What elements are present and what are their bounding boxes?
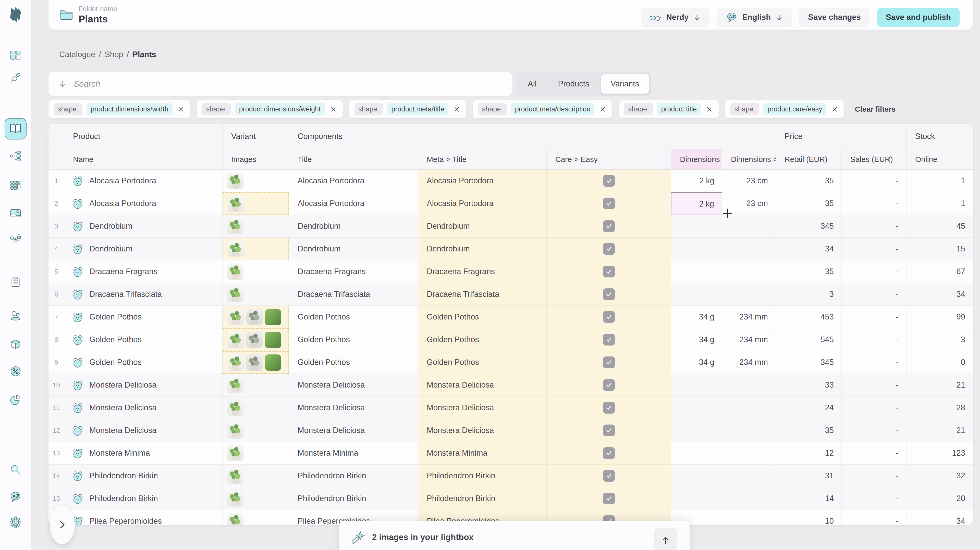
dimensions-width-cell[interactable] (722, 238, 776, 260)
checkbox-checked[interactable] (603, 493, 615, 504)
retail-price-cell[interactable]: 345 (776, 215, 842, 238)
sales-price-cell[interactable]: - (842, 170, 907, 192)
meta-title-cell[interactable]: Monstera Deliciosa (418, 374, 547, 396)
care-easy-cell[interactable] (547, 306, 671, 328)
component-title-cell[interactable]: Alocasia Portodora (289, 192, 418, 215)
care-easy-cell[interactable] (547, 464, 671, 487)
tab-variants[interactable]: Variants (601, 74, 649, 94)
dimensions-width-cell[interactable] (722, 396, 776, 419)
filter-chip[interactable]: shape: product:care/easy (725, 100, 844, 118)
documents-clipboard-icon[interactable] (10, 276, 22, 288)
tab-products[interactable]: Products (548, 74, 599, 94)
sales-price-cell[interactable]: - (842, 464, 907, 487)
dimensions-weight-cell[interactable] (671, 374, 722, 396)
sales-price-cell[interactable]: - (842, 374, 907, 396)
stock-online-cell[interactable]: 0 (907, 351, 973, 374)
variant-thumbnail[interactable] (228, 241, 244, 257)
column-header[interactable]: Dimensions (671, 149, 722, 169)
close-icon[interactable] (600, 106, 606, 113)
sales-price-cell[interactable]: - (842, 238, 907, 260)
product-name-cell[interactable]: Monstera Minima (64, 442, 223, 464)
meta-title-cell[interactable]: Monstera Deliciosa (418, 396, 547, 419)
meta-title-cell[interactable]: Monstera Minima (418, 442, 547, 464)
dimensions-width-cell[interactable] (722, 510, 776, 525)
checkbox-checked[interactable] (603, 357, 615, 368)
sales-price-cell[interactable]: - (842, 419, 907, 442)
stock-online-cell[interactable]: 99 (907, 306, 973, 328)
variant-thumbnail[interactable] (246, 309, 262, 325)
variant-images-cell[interactable] (223, 464, 289, 487)
product-name-cell[interactable]: Dracaena Trifasciata (64, 283, 223, 306)
close-icon[interactable] (330, 106, 337, 113)
component-title-cell[interactable]: Monstera Deliciosa (289, 419, 418, 442)
column-header[interactable]: Care > Easy (547, 149, 671, 169)
product-name-cell[interactable]: Golden Pothos (64, 306, 223, 328)
component-title-cell[interactable]: Dendrobium (289, 238, 418, 260)
checkbox-checked[interactable] (603, 425, 615, 436)
checkbox-checked[interactable] (603, 220, 615, 232)
stock-online-cell[interactable]: 1 (907, 170, 973, 192)
variant-thumbnail[interactable] (227, 445, 243, 461)
language-menu-button[interactable]: A English (717, 8, 792, 27)
variant-images-cell[interactable] (223, 170, 289, 192)
variant-thumbnail[interactable] (227, 218, 243, 235)
meta-title-cell[interactable]: Alocasia Portodora (418, 192, 547, 215)
variant-thumbnail[interactable] (265, 309, 281, 325)
filter-chip[interactable]: shape: product:dimensions/weight (197, 100, 343, 118)
variant-thumbnail[interactable] (227, 422, 243, 439)
dimensions-weight-cell[interactable] (671, 464, 722, 487)
retail-price-cell[interactable]: 35 (776, 170, 842, 192)
sales-price-cell[interactable]: - (842, 487, 907, 510)
discounts-percent-icon[interactable] (10, 365, 22, 377)
component-title-cell[interactable]: Alocasia Portodora (289, 170, 418, 192)
stock-online-cell[interactable]: 20 (907, 487, 973, 510)
column-header[interactable]: Images (223, 149, 289, 169)
retail-price-cell[interactable]: 12 (776, 442, 842, 464)
variant-images-cell[interactable] (223, 238, 289, 260)
checkbox-checked[interactable] (603, 266, 615, 277)
meta-title-cell[interactable]: Golden Pothos (418, 328, 547, 351)
column-header[interactable]: Retail (EUR) (776, 149, 842, 169)
product-name-cell[interactable]: Dendrobium (64, 238, 223, 260)
variant-images-cell[interactable] (223, 215, 289, 238)
retail-price-cell[interactable]: 545 (776, 328, 842, 351)
retail-price-cell[interactable]: 345 (776, 351, 842, 374)
component-title-cell[interactable]: Golden Pothos (289, 328, 418, 351)
expand-panel-button[interactable] (50, 506, 75, 544)
dimensions-weight-cell[interactable] (671, 283, 722, 306)
sales-price-cell[interactable]: - (842, 306, 907, 328)
retail-price-cell[interactable]: 14 (776, 487, 842, 510)
stock-online-cell[interactable]: 21 (907, 419, 973, 442)
care-easy-cell[interactable] (547, 328, 671, 351)
product-name-cell[interactable]: Monstera Deliciosa (64, 396, 223, 419)
sales-price-cell[interactable]: - (842, 510, 907, 525)
variant-images-cell[interactable] (223, 374, 289, 396)
retail-price-cell[interactable]: 34 (776, 238, 842, 260)
care-easy-cell[interactable] (547, 283, 671, 306)
close-icon[interactable] (706, 106, 713, 113)
component-title-cell[interactable]: Golden Pothos (289, 351, 418, 374)
variant-thumbnail[interactable] (228, 309, 244, 325)
dimensions-width-cell[interactable] (722, 442, 776, 464)
variant-images-cell[interactable] (223, 442, 289, 464)
close-icon[interactable] (832, 106, 838, 113)
component-title-cell[interactable]: Monstera Deliciosa (289, 374, 418, 396)
dimensions-width-cell[interactable]: 234 mm (722, 328, 776, 351)
stock-online-cell[interactable]: 1 (907, 192, 973, 215)
dimensions-width-cell[interactable] (722, 283, 776, 306)
component-title-cell[interactable]: Monstera Minima (289, 442, 418, 464)
column-header[interactable]: Sales (EUR) (842, 149, 907, 169)
variant-images-cell[interactable] (223, 328, 289, 351)
tab-all[interactable]: All (518, 74, 546, 94)
checkbox-checked[interactable] (603, 288, 615, 300)
meta-title-cell[interactable]: Philodendron Birkin (418, 464, 547, 487)
retail-price-cell[interactable]: 453 (776, 306, 842, 328)
variant-thumbnail[interactable] (227, 263, 243, 280)
component-title-cell[interactable]: Philodendron Birkin (289, 464, 418, 487)
care-easy-cell[interactable] (547, 442, 671, 464)
component-title-cell[interactable]: Dendrobium (289, 215, 418, 238)
filter-chip[interactable]: shape: product:meta/title (349, 100, 466, 118)
column-header[interactable]: Title (289, 149, 418, 169)
meta-title-cell[interactable]: Monstera Deliciosa (418, 419, 547, 442)
dashboard-icon[interactable] (10, 49, 22, 62)
